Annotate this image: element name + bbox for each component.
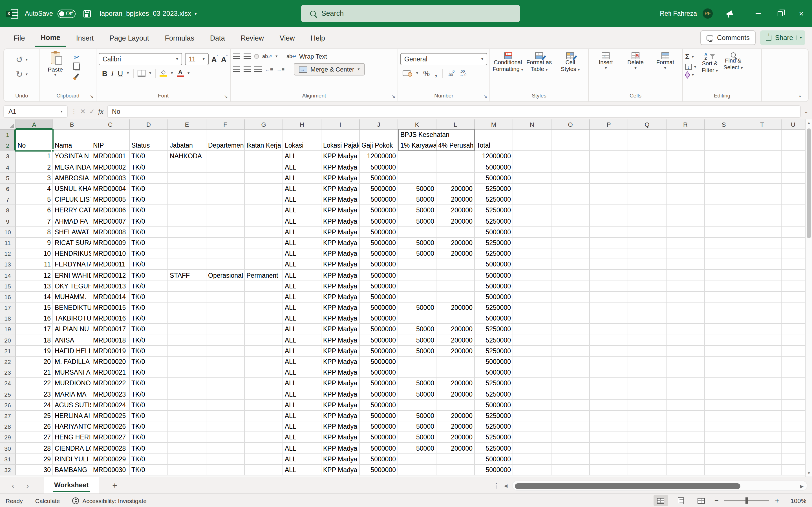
- grid-cell-Q4[interactable]: [628, 162, 666, 173]
- grid-cell-N4[interactable]: [513, 162, 552, 173]
- grid-cell-L13[interactable]: [437, 260, 475, 270]
- grid-cell-A12[interactable]: 10: [16, 248, 53, 259]
- paste-button[interactable]: Paste ▾: [42, 52, 68, 77]
- grid-cell-T15[interactable]: [743, 281, 781, 291]
- grid-cell-P28[interactable]: [590, 421, 628, 432]
- grid-cell-O8[interactable]: [552, 205, 590, 216]
- grid-cell-F26[interactable]: [206, 400, 245, 410]
- grid-cell-O4[interactable]: [552, 162, 590, 173]
- formula-input[interactable]: No: [107, 105, 801, 117]
- status-calculate[interactable]: Calculate: [35, 497, 60, 504]
- grid-cell-N13[interactable]: [513, 260, 552, 270]
- grid-cell-D18[interactable]: TK/0: [130, 313, 168, 324]
- grid-cell-D1[interactable]: [130, 129, 168, 140]
- grid-cell-F3[interactable]: [206, 151, 245, 162]
- grid-cell-O24[interactable]: [552, 378, 590, 389]
- grid-cell-C4[interactable]: MRD00002: [91, 162, 130, 173]
- document-title[interactable]: laporan_bpjskes_03-2023.xlsx: [100, 10, 191, 17]
- zoom-in-button[interactable]: +: [775, 496, 779, 505]
- grid-cell-R14[interactable]: [666, 270, 705, 281]
- search-input[interactable]: Search: [301, 5, 520, 22]
- insert-function-icon[interactable]: fx: [98, 107, 103, 116]
- grid-cell-U1[interactable]: [781, 129, 805, 140]
- grid-cell-C3[interactable]: MRD00001: [91, 151, 130, 162]
- grid-cell-I20[interactable]: KPP Madya: [321, 335, 360, 346]
- grid-cell-F20[interactable]: [206, 335, 245, 346]
- grid-cell-J29[interactable]: 5000000: [360, 432, 398, 443]
- grid-cell-U9[interactable]: [781, 216, 805, 227]
- grid-cell-D14[interactable]: TK/0: [130, 270, 168, 281]
- grid-cell-D22[interactable]: TK/0: [130, 356, 168, 367]
- grid-cell-M25[interactable]: 5250000: [475, 389, 513, 400]
- grid-cell-T8[interactable]: [743, 205, 781, 216]
- grid-cell-S17[interactable]: [705, 302, 743, 313]
- grid-cell-P20[interactable]: [590, 335, 628, 346]
- grid-cell-T30[interactable]: [743, 443, 781, 454]
- fill-color-button[interactable]: [160, 70, 167, 76]
- grid-cell-L17[interactable]: 200000: [437, 302, 475, 313]
- row-header-17[interactable]: 17: [0, 302, 16, 313]
- grid-cell-F24[interactable]: [206, 378, 245, 389]
- grid-cell-R21[interactable]: [666, 346, 705, 356]
- row-header-16[interactable]: 16: [0, 292, 16, 302]
- tab-view[interactable]: View: [274, 29, 301, 46]
- grid-cell-P25[interactable]: [590, 389, 628, 400]
- grid-cell-Q30[interactable]: [628, 443, 666, 454]
- wrap-text-button[interactable]: ab↩ Wrap Text: [287, 53, 327, 60]
- grid-cell-Q16[interactable]: [628, 292, 666, 302]
- grid-cell-L12[interactable]: 200000: [437, 248, 475, 259]
- grid-cell-U3[interactable]: [781, 151, 805, 162]
- grid-cell-B10[interactable]: SHELAWAT: [53, 227, 91, 237]
- grid-cell-P13[interactable]: [590, 260, 628, 270]
- grid-cell-N25[interactable]: [513, 389, 552, 400]
- grid-cell-I11[interactable]: KPP Madya: [321, 238, 360, 248]
- grid-cell-B20[interactable]: ANISA: [53, 335, 91, 346]
- grid-cell-Q22[interactable]: [628, 356, 666, 367]
- grid-cell-A9[interactable]: 7: [16, 216, 53, 227]
- grid-cell-R1[interactable]: [666, 129, 705, 140]
- grid-cell-Q8[interactable]: [628, 205, 666, 216]
- grid-cell-T18[interactable]: [743, 313, 781, 324]
- grid-cell-J24[interactable]: 5000000: [360, 378, 398, 389]
- grid-cell-O18[interactable]: [552, 313, 590, 324]
- alignment-dialog-launcher-icon[interactable]: ↘: [392, 94, 395, 99]
- grid-cell-E3[interactable]: NAHKODA: [168, 151, 206, 162]
- grid-cell-D13[interactable]: TK/0: [130, 260, 168, 270]
- grid-cell-A23[interactable]: 21: [16, 367, 53, 378]
- grid-cell-J19[interactable]: 5000000: [360, 324, 398, 335]
- grid-cell-I18[interactable]: KPP Madya: [321, 313, 360, 324]
- grid-cell-J18[interactable]: 5000000: [360, 313, 398, 324]
- grid-cell-T6[interactable]: [743, 184, 781, 194]
- grid-cell-I5[interactable]: KPP Madya: [321, 173, 360, 184]
- grid-cell-M11[interactable]: 5250000: [475, 238, 513, 248]
- row-header-13[interactable]: 13: [0, 260, 16, 270]
- grid-cell-I4[interactable]: KPP Madya: [321, 162, 360, 173]
- grid-cell-P29[interactable]: [590, 432, 628, 443]
- grid-cell-C13[interactable]: MRD00011: [91, 260, 130, 270]
- grid-cell-N1[interactable]: [513, 129, 552, 140]
- row-header-8[interactable]: 8: [0, 205, 16, 216]
- grid-cell-S26[interactable]: [705, 400, 743, 410]
- grid-cell-B13[interactable]: FERDYNATA: [53, 260, 91, 270]
- grid-cell-R30[interactable]: [666, 443, 705, 454]
- row-header-20[interactable]: 20: [0, 335, 16, 346]
- font-family-select[interactable]: Calibri▾: [99, 53, 182, 65]
- grid-cell-T10[interactable]: [743, 227, 781, 237]
- grid-cell-D25[interactable]: TK/0: [130, 389, 168, 400]
- align-bottom-button-selected[interactable]: [254, 54, 259, 59]
- grid-cell-C30[interactable]: MRD00028: [91, 443, 130, 454]
- grid-cell-B8[interactable]: HERRY CAT: [53, 205, 91, 216]
- grid-cell-K29[interactable]: 50000: [398, 432, 437, 443]
- grid-cell-K22[interactable]: [398, 356, 437, 367]
- grid-cell-L22[interactable]: [437, 356, 475, 367]
- clipboard-dialog-launcher-icon[interactable]: ↘: [90, 94, 94, 99]
- grid-cell-E13[interactable]: [168, 260, 206, 270]
- grid-cell-O22[interactable]: [552, 356, 590, 367]
- grid-cell-F2[interactable]: Departemen: [206, 140, 245, 151]
- grid-cell-F27[interactable]: [206, 411, 245, 421]
- grid-cell-P14[interactable]: [590, 270, 628, 281]
- grid-cell-U20[interactable]: [781, 335, 805, 346]
- formula-bar-grip-icon[interactable]: ⋮: [71, 108, 77, 114]
- grid-cell-F16[interactable]: [206, 292, 245, 302]
- grid-cell-O26[interactable]: [552, 400, 590, 410]
